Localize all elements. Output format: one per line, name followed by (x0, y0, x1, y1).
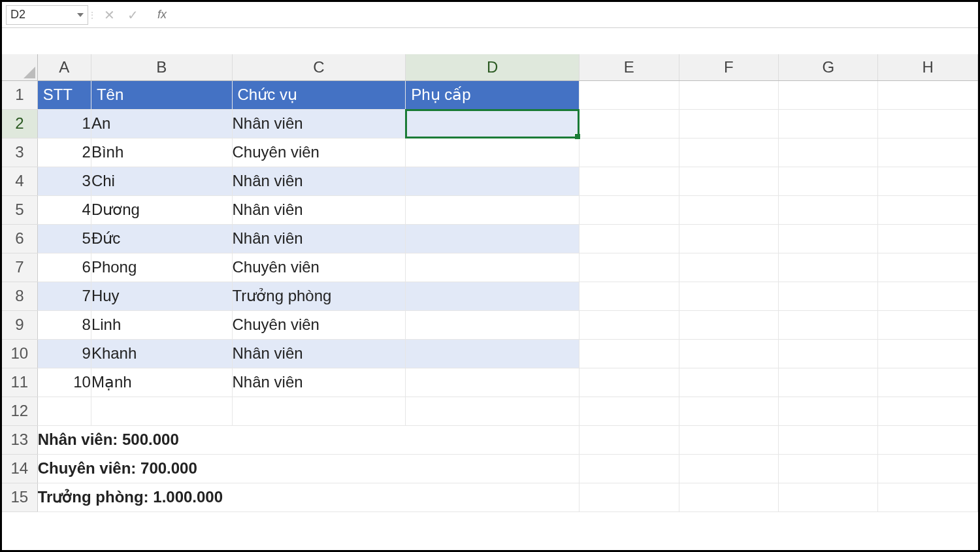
cell-h14[interactable] (878, 454, 978, 483)
cell-g9[interactable] (779, 310, 878, 339)
cell-b3[interactable]: Bình (91, 138, 232, 167)
row-header-1[interactable]: 1 (2, 80, 37, 109)
cell-g11[interactable] (779, 368, 878, 397)
cell-f15[interactable] (679, 483, 778, 511)
cell-d11[interactable] (406, 368, 580, 397)
cell-a10[interactable]: 9 (37, 339, 91, 368)
cell-a1[interactable]: STT (37, 80, 91, 109)
cell-a8[interactable]: 7 (37, 282, 91, 310)
cell-g2[interactable] (779, 109, 878, 138)
col-header-g[interactable]: G (779, 54, 878, 80)
row-header-13[interactable]: 13 (2, 425, 37, 454)
cell-e7[interactable] (580, 253, 679, 282)
cell-a7[interactable]: 6 (37, 253, 91, 282)
cell-a11[interactable]: 10 (37, 368, 91, 397)
row-header-6[interactable]: 6 (2, 224, 37, 253)
cancel-icon[interactable]: ✕ (103, 7, 116, 23)
row-header-2[interactable]: 2 (2, 109, 37, 138)
cell-b1[interactable]: Tên (91, 80, 232, 109)
cell-g12[interactable] (779, 397, 878, 425)
cell-h15[interactable] (878, 483, 978, 511)
cell-g8[interactable] (779, 282, 878, 310)
enter-icon[interactable]: ✓ (126, 7, 139, 23)
cell-c4[interactable]: Nhân viên (232, 167, 406, 195)
cell-c10[interactable]: Nhân viên (232, 339, 406, 368)
row-header-14[interactable]: 14 (2, 454, 37, 483)
cell-f1[interactable] (679, 80, 778, 109)
col-header-f[interactable]: F (679, 54, 778, 80)
cell-f6[interactable] (679, 224, 778, 253)
cell-a13[interactable]: Nhân viên: 500.000 (37, 425, 579, 454)
cell-h5[interactable] (878, 195, 978, 224)
cell-b11[interactable]: Mạnh (91, 368, 232, 397)
cell-c5[interactable]: Nhân viên (232, 195, 406, 224)
cell-e8[interactable] (580, 282, 679, 310)
cell-f9[interactable] (679, 310, 778, 339)
cell-b10[interactable]: Khanh (91, 339, 232, 368)
cell-e9[interactable] (580, 310, 679, 339)
row-header-7[interactable]: 7 (2, 253, 37, 282)
cell-f2[interactable] (679, 109, 778, 138)
cell-e4[interactable] (580, 167, 679, 195)
cell-d10[interactable] (406, 339, 580, 368)
cell-a6[interactable]: 5 (37, 224, 91, 253)
cell-e1[interactable] (580, 80, 679, 109)
cell-a5[interactable]: 4 (37, 195, 91, 224)
cell-a12[interactable] (37, 397, 91, 425)
cell-g6[interactable] (779, 224, 878, 253)
cell-g5[interactable] (779, 195, 878, 224)
cell-g13[interactable] (779, 425, 878, 454)
cell-c7[interactable]: Chuyên viên (232, 253, 406, 282)
cell-b5[interactable]: Dương (91, 195, 232, 224)
cell-f8[interactable] (679, 282, 778, 310)
cell-f10[interactable] (679, 339, 778, 368)
row-header-3[interactable]: 3 (2, 138, 37, 167)
cell-f12[interactable] (679, 397, 778, 425)
cell-b4[interactable]: Chi (91, 167, 232, 195)
cell-g10[interactable] (779, 339, 878, 368)
cell-a3[interactable]: 2 (37, 138, 91, 167)
cell-h1[interactable] (878, 80, 978, 109)
cell-h6[interactable] (878, 224, 978, 253)
cell-d3[interactable] (406, 138, 580, 167)
cell-g15[interactable] (779, 483, 878, 511)
row-header-4[interactable]: 4 (2, 167, 37, 195)
cell-e11[interactable] (580, 368, 679, 397)
cell-c6[interactable]: Nhân viên (232, 224, 406, 253)
col-header-a[interactable]: A (37, 54, 91, 80)
cell-f3[interactable] (679, 138, 778, 167)
cell-e6[interactable] (580, 224, 679, 253)
row-header-8[interactable]: 8 (2, 282, 37, 310)
cell-e3[interactable] (580, 138, 679, 167)
cell-b9[interactable]: Linh (91, 310, 232, 339)
row-header-15[interactable]: 15 (2, 483, 37, 511)
cell-h13[interactable] (878, 425, 978, 454)
col-header-c[interactable]: C (232, 54, 406, 80)
row-header-10[interactable]: 10 (2, 339, 37, 368)
cell-f7[interactable] (679, 253, 778, 282)
row-header-9[interactable]: 9 (2, 310, 37, 339)
cell-a15[interactable]: Trưởng phòng: 1.000.000 (37, 483, 579, 511)
cell-c11[interactable]: Nhân viên (232, 368, 406, 397)
cell-d8[interactable] (406, 282, 580, 310)
cell-h3[interactable] (878, 138, 978, 167)
col-header-h[interactable]: H (878, 54, 978, 80)
col-header-b[interactable]: B (91, 54, 232, 80)
cell-d2[interactable] (406, 109, 580, 138)
cell-b6[interactable]: Đức (91, 224, 232, 253)
spreadsheet-grid[interactable]: A B C D E F G H 1 STT Tên Chức vụ Phụ cấ… (2, 54, 978, 512)
cell-h8[interactable] (878, 282, 978, 310)
cell-g1[interactable] (779, 80, 878, 109)
cell-h4[interactable] (878, 167, 978, 195)
row-header-12[interactable]: 12 (2, 397, 37, 425)
cell-d7[interactable] (406, 253, 580, 282)
cell-c8[interactable]: Trưởng phòng (232, 282, 406, 310)
cell-a9[interactable]: 8 (37, 310, 91, 339)
cell-d9[interactable] (406, 310, 580, 339)
cell-h7[interactable] (878, 253, 978, 282)
chevron-down-icon[interactable] (77, 13, 84, 17)
cell-h9[interactable] (878, 310, 978, 339)
col-header-e[interactable]: E (580, 54, 679, 80)
row-header-5[interactable]: 5 (2, 195, 37, 224)
cell-e5[interactable] (580, 195, 679, 224)
